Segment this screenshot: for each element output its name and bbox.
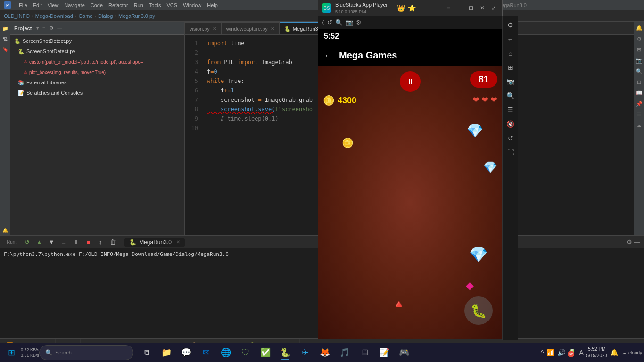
panel-icon-minimize[interactable]: — (56, 25, 63, 32)
run-tab[interactable]: 🐍 MegaRun3.0 ✕ (124, 238, 185, 247)
bs-layers-icon[interactable]: ☰ (505, 104, 515, 115)
tray-network-icon[interactable]: 📶 (546, 349, 554, 356)
breadcrumb-item[interactable]: OLD_INFO (4, 13, 30, 19)
taskbar-app-telegram[interactable]: ✈ (296, 344, 314, 361)
bs-restore-button[interactable]: ⊡ (466, 3, 476, 13)
tab-close-windowcapture[interactable]: ✕ (271, 26, 274, 31)
menu-navigate[interactable]: Navigate (64, 2, 84, 8)
bs-toolbar-icon-3[interactable]: 🔍 (335, 19, 343, 26)
taskbar-app-media[interactable]: 🎵 (335, 344, 354, 361)
run-down-button[interactable]: ▼ (47, 238, 56, 247)
taskbar-app-mail[interactable]: ✉ (197, 344, 215, 361)
taskbar-start-button[interactable]: ⊞ (2, 344, 21, 361)
tab-vision[interactable]: vision.py ✕ (185, 22, 222, 34)
bs-settings-icon[interactable]: ⚙ (505, 19, 515, 31)
right-icon-stack[interactable]: ☰ (636, 110, 643, 119)
game-back-button[interactable]: ← (324, 50, 333, 61)
bs-toolbar-icon-5[interactable]: ⚙ (356, 19, 362, 26)
run-tab-close[interactable]: ✕ (176, 239, 180, 245)
menu-window[interactable]: Window (183, 2, 201, 8)
taskbar-app-file-explorer[interactable]: 📁 (157, 344, 176, 361)
bs-home-icon[interactable]: ⌂ (506, 48, 514, 59)
tray-sound-icon[interactable]: 🔊 (557, 349, 565, 356)
bs-toolbar-icon-2[interactable]: ↺ (327, 19, 332, 26)
tray-battery-icon[interactable]: 🔋 32 (568, 349, 576, 356)
menu-refactor[interactable]: Refactor (108, 2, 128, 8)
right-icon-camera[interactable]: 📷 (635, 56, 644, 65)
run-word-wrap-button[interactable]: ≡ (59, 238, 68, 247)
bs-back-icon[interactable]: ← (505, 33, 516, 45)
run-rerun-button[interactable]: ↺ (22, 238, 32, 247)
bs-search-icon[interactable]: 🔍 (504, 90, 516, 101)
bs-apps-icon[interactable]: ⊞ (506, 62, 515, 73)
taskbar-app-chat[interactable]: 💬 (177, 344, 196, 361)
game-canvas[interactable]: ⏸ 81 🪙 4300 ❤ ❤ ❤ 💎 💎 💎 🪙 ◆ 🔺 (318, 66, 502, 339)
panel-icon-settings[interactable]: ⚙ (48, 25, 54, 32)
tree-item-file1[interactable]: 🐍 ScreenShotDetect.py (10, 46, 184, 57)
breadcrumb-item[interactable]: Game (78, 13, 92, 19)
taskbar-app-firefox[interactable]: 🦊 (315, 344, 334, 361)
tree-item-root[interactable]: 🐍 ScreenShotDetect.py (10, 36, 184, 46)
tab-close-vision[interactable]: ✕ (213, 26, 216, 31)
taskbar-app-pycharm[interactable]: 🐍 (276, 344, 295, 361)
tree-item-error1[interactable]: ⚠ custom(path_or_model='path/to/model.pt… (10, 57, 184, 67)
run-scroll-button[interactable]: ↕ (96, 238, 105, 247)
right-icon-settings[interactable]: ⚙ (636, 34, 643, 43)
bs-close-button[interactable]: ✕ (478, 3, 487, 13)
taskbar-app-notes[interactable]: 📝 (375, 344, 394, 361)
bs-mute-icon[interactable]: 🔇 (504, 118, 516, 130)
star-icon[interactable]: ⭐ (408, 4, 416, 12)
tray-arrow-icon[interactable]: ^ (541, 349, 544, 356)
menu-edit[interactable]: Edit (33, 2, 42, 8)
tray-notification-icon[interactable]: 🔔 (610, 349, 618, 356)
bs-camera-icon[interactable]: 📷 (504, 76, 516, 87)
sidebar-notifications-icon[interactable]: 🔔 (0, 225, 10, 235)
bs-minimize-button[interactable]: — (455, 3, 464, 13)
right-icon-cloud[interactable]: ☁ (635, 121, 643, 130)
right-icon-search[interactable]: 🔍 (635, 67, 644, 76)
run-up-button[interactable]: ▲ (34, 238, 44, 247)
tree-item-scratches[interactable]: 📝 Scratches and Consoles (10, 88, 184, 98)
bs-rotate-icon[interactable]: ↺ (506, 132, 515, 144)
run-stop-button[interactable]: ■ (83, 238, 93, 247)
tray-ime-icon[interactable]: A (579, 349, 583, 356)
taskbar-app-tasks[interactable]: ✅ (256, 344, 275, 361)
panel-icon-list[interactable]: ≡ (41, 25, 46, 32)
tree-item-ext-libraries[interactable]: 📚 External Libraries (10, 77, 184, 88)
game-pause-button[interactable]: ⏸ (400, 71, 421, 92)
bs-toolbar-icon-4[interactable]: 📷 (346, 19, 353, 26)
menu-file[interactable]: File (19, 2, 27, 8)
bs-fullscreen-button[interactable]: ⤢ (489, 3, 498, 13)
menu-tools[interactable]: Tools (149, 2, 161, 8)
menu-help[interactable]: Help (207, 2, 218, 8)
breadcrumb-item[interactable]: Mega-Download (35, 13, 73, 19)
sidebar-bookmarks-icon[interactable]: 🔖 (0, 44, 10, 54)
breadcrumb-item[interactable]: Dialog (98, 13, 113, 19)
menu-vcs[interactable]: VCS (167, 2, 178, 8)
right-icon-book[interactable]: 📖 (635, 89, 644, 98)
menu-code[interactable]: Code (91, 2, 103, 8)
tab-windowcapture[interactable]: windowcapture.py ✕ (222, 22, 280, 34)
run-settings-icon[interactable]: ⚙ (627, 239, 632, 246)
taskbar-clock[interactable]: 5:52 PM 5/15/2023 (586, 346, 608, 359)
run-pause-button[interactable]: ⏸ (71, 238, 81, 247)
menu-view[interactable]: View (48, 2, 59, 8)
tree-item-error2[interactable]: ⚠ plot_boxes(img, results, move=True) (10, 67, 184, 77)
crown-icon[interactable]: 👑 (397, 4, 405, 12)
run-minimize-icon[interactable]: — (634, 239, 640, 246)
taskbar-app-task-view[interactable]: ⧉ (137, 344, 156, 361)
bs-toolbar-icon-1[interactable]: ⟨ (322, 19, 324, 26)
sidebar-structure-icon[interactable]: 🏗 (0, 34, 10, 43)
right-icon-notifications[interactable]: 🔔 (635, 24, 644, 33)
right-icon-layers[interactable]: ⊞ (636, 45, 643, 54)
taskbar-search-bar[interactable]: 🔍 Search (39, 345, 133, 360)
taskbar-app-security[interactable]: 🛡 (236, 344, 255, 361)
run-trash-button[interactable]: 🗑 (108, 238, 117, 247)
bs-menu-icon[interactable]: ≡ (444, 3, 453, 13)
right-icon-layout[interactable]: ⊟ (636, 78, 643, 87)
menu-run[interactable]: Run (134, 2, 143, 8)
bs-fullscreen-side-icon[interactable]: ⛶ (505, 147, 516, 158)
breadcrumb-current[interactable]: MegaRun3.0.py (118, 13, 155, 19)
taskbar-app-edge[interactable]: 🌐 (216, 344, 235, 361)
taskbar-app-bluestacks[interactable]: 🎮 (395, 344, 413, 361)
